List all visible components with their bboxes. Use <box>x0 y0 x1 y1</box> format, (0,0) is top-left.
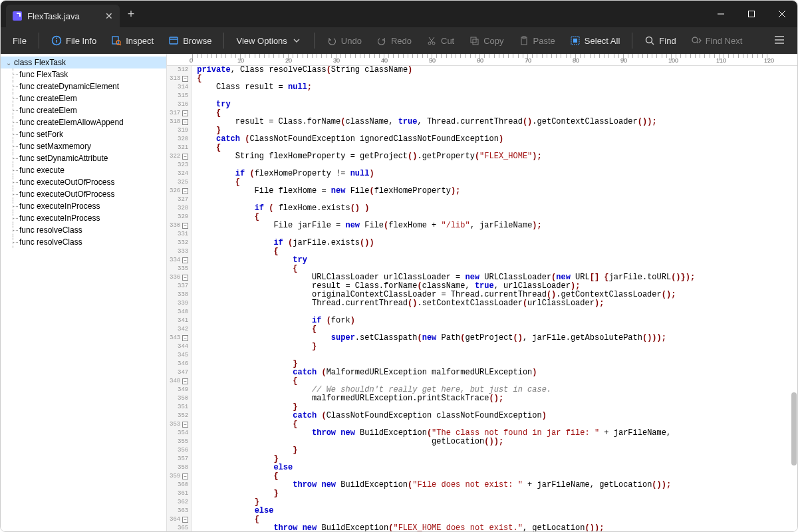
code-line[interactable]: catch (ClassNotFoundException ignoredCla… <box>197 135 695 144</box>
code-line[interactable]: private, Class resolveClass(String class… <box>197 66 695 74</box>
tree-item[interactable]: func executeInProcess <box>1 212 166 224</box>
svg-rect-7 <box>112 37 118 44</box>
line-number: 317− <box>170 109 188 118</box>
line-number: 330− <box>170 221 188 230</box>
code-line[interactable]: File flexHome = new File(flexHomePropert… <box>197 187 695 196</box>
vertical-scrollbar[interactable] <box>790 66 797 519</box>
scrollbar-thumb[interactable] <box>791 392 797 466</box>
tree-item[interactable]: func createElemAllowAppend <box>1 116 166 128</box>
tree-item[interactable]: func setFork <box>1 128 166 140</box>
fold-toggle[interactable]: − <box>182 188 188 194</box>
code-line[interactable] <box>197 92 695 100</box>
line-number: 353− <box>170 420 188 429</box>
close-tab-icon[interactable]: ✕ <box>105 11 113 21</box>
code-line[interactable]: Class result = null; <box>197 83 695 92</box>
tree-item[interactable]: func executeOutOfProcess <box>1 188 166 200</box>
tree-root[interactable]: ⌄ class FlexTask <box>1 57 166 68</box>
line-number: 343− <box>170 334 188 342</box>
code-line[interactable]: } <box>197 342 695 351</box>
code-editor[interactable]: 312313−314315316317−318−319320321322−323… <box>167 66 797 532</box>
tree-item[interactable]: func resolveClass <box>1 224 166 236</box>
fold-toggle[interactable]: − <box>182 275 188 281</box>
inspect-button[interactable]: Inspect <box>104 31 160 50</box>
code-line[interactable]: else <box>197 507 695 515</box>
outline-sidebar[interactable]: ⌄ class FlexTask func FlexTaskfunc creat… <box>1 54 167 532</box>
titlebar: FlexTask.java ✕ + <box>1 1 797 27</box>
fold-toggle[interactable]: − <box>182 473 188 479</box>
tree-item[interactable]: func setMaxmemory <box>1 140 166 152</box>
line-number: 360 <box>170 481 188 489</box>
fold-toggle[interactable]: − <box>182 76 188 82</box>
minimize-button[interactable] <box>706 1 736 27</box>
file-icon <box>13 11 22 21</box>
svg-rect-1 <box>749 11 755 17</box>
code-line[interactable]: result = Class.forName(className, true, … <box>197 118 695 126</box>
code-line[interactable]: try <box>197 100 695 109</box>
fold-toggle[interactable]: − <box>182 378 188 384</box>
fold-toggle[interactable]: − <box>182 110 188 116</box>
line-number: 349 <box>170 386 188 394</box>
fold-toggle[interactable]: − <box>182 422 188 428</box>
copy-button[interactable]: Copy <box>462 31 510 50</box>
chevron-down-icon <box>291 35 302 46</box>
file-menu[interactable]: File <box>6 32 33 50</box>
paste-button[interactable]: Paste <box>512 31 562 50</box>
tree-item[interactable]: func createElem <box>1 104 166 116</box>
line-number: 322− <box>170 152 188 161</box>
file-tab[interactable]: FlexTask.java ✕ <box>6 5 120 27</box>
code-line[interactable]: } <box>197 489 695 498</box>
copy-icon <box>469 35 479 46</box>
line-gutter[interactable]: 312313−314315316317−318−319320321322−323… <box>167 66 192 532</box>
line-number: 314 <box>170 83 188 92</box>
svg-rect-10 <box>170 37 178 44</box>
view-options-menu[interactable]: View Options <box>229 31 308 50</box>
tree-item[interactable]: func execute <box>1 164 166 176</box>
line-number: 355 <box>170 438 188 446</box>
line-number: 359− <box>170 472 188 481</box>
line-number: 344 <box>170 342 188 351</box>
new-tab-button[interactable]: + <box>128 7 135 21</box>
fold-toggle[interactable]: − <box>182 517 188 523</box>
tree-item[interactable]: func createElem <box>1 92 166 104</box>
maximize-button[interactable] <box>736 1 767 27</box>
fold-toggle[interactable]: − <box>182 335 188 341</box>
code-line[interactable]: if (flexHomeProperty != null) <box>197 170 695 178</box>
find-button[interactable]: Find <box>638 31 682 50</box>
line-number: 338 <box>170 291 188 299</box>
close-window-button[interactable] <box>767 1 797 27</box>
tree-item[interactable]: func executeInProcess <box>1 200 166 212</box>
menu-button[interactable] <box>767 30 792 52</box>
tab-title: FlexTask.java <box>27 11 100 21</box>
line-number: 346 <box>170 360 188 368</box>
collapse-icon[interactable]: ⌄ <box>6 59 11 66</box>
fold-toggle[interactable]: − <box>182 257 188 263</box>
line-number: 354 <box>170 429 188 438</box>
tree-item[interactable]: func setDynamicAttribute <box>1 152 166 164</box>
tree-item[interactable]: func resolveClass <box>1 236 166 248</box>
code-line[interactable]: String flexHomeProperty = getProject().g… <box>197 152 695 161</box>
ruler: 0102030405060708090100110120 <box>167 54 797 66</box>
line-number: 318− <box>170 118 188 126</box>
line-number: 342 <box>170 325 188 334</box>
browse-button[interactable]: Browse <box>162 31 218 50</box>
fold-toggle[interactable]: − <box>182 154 188 160</box>
undo-button[interactable]: Undo <box>320 31 368 50</box>
file-info-button[interactable]: File Info <box>45 31 103 50</box>
fold-toggle[interactable]: − <box>182 223 188 229</box>
tree-item[interactable]: func FlexTask <box>1 68 166 80</box>
code-line[interactable]: if ( flexHome.exists() ) <box>197 204 695 213</box>
line-number: 325 <box>170 178 188 187</box>
tree-item[interactable]: func executeOutOfProcess <box>1 176 166 188</box>
tree-item[interactable]: func createDynamicElement <box>1 80 166 92</box>
fold-toggle[interactable]: − <box>182 119 188 125</box>
code-content[interactable]: private, Class resolveClass(String class… <box>192 66 700 532</box>
code-line[interactable]: throw new BuildException("FLEX_HOME does… <box>197 524 695 532</box>
select-all-button[interactable]: Select All <box>563 31 626 50</box>
find-next-button[interactable]: Find Next <box>684 31 749 50</box>
code-line[interactable]: File jarFile = new File(flexHome + "/lib… <box>197 221 695 230</box>
cut-button[interactable]: Cut <box>420 31 461 50</box>
svg-rect-21 <box>573 39 577 43</box>
redo-button[interactable]: Redo <box>370 31 418 50</box>
line-number: 335 <box>170 265 188 273</box>
code-line[interactable]: Thread.currentThread().setContextClassLo… <box>197 299 695 308</box>
